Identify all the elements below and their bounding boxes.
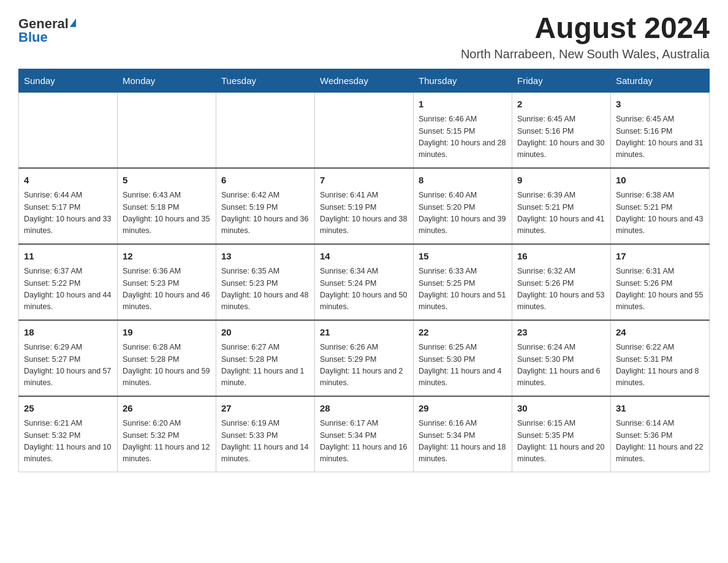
calendar-header-friday: Friday	[512, 69, 611, 92]
logo-triangle-icon	[70, 18, 76, 27]
day-info: Sunrise: 6:46 AM Sunset: 5:15 PM Dayligh…	[419, 113, 507, 161]
day-info: Sunrise: 6:40 AM Sunset: 5:20 PM Dayligh…	[419, 190, 507, 237]
logo-blue-text: Blue	[18, 31, 48, 44]
calendar-cell: 14Sunrise: 6:34 AM Sunset: 5:24 PM Dayli…	[315, 244, 414, 320]
day-number: 19	[123, 326, 211, 340]
logo-general-text: General	[18, 17, 69, 31]
day-info: Sunrise: 6:33 AM Sunset: 5:25 PM Dayligh…	[419, 266, 507, 313]
day-info: Sunrise: 6:25 AM Sunset: 5:30 PM Dayligh…	[419, 342, 507, 389]
calendar-cell	[216, 92, 315, 168]
calendar-cell: 31Sunrise: 6:14 AM Sunset: 5:36 PM Dayli…	[611, 396, 710, 472]
day-number: 29	[419, 402, 507, 416]
day-number: 18	[24, 326, 112, 340]
day-info: Sunrise: 6:43 AM Sunset: 5:18 PM Dayligh…	[123, 190, 211, 237]
calendar-cell: 21Sunrise: 6:26 AM Sunset: 5:29 PM Dayli…	[315, 320, 414, 396]
calendar-week-row: 11Sunrise: 6:37 AM Sunset: 5:22 PM Dayli…	[19, 244, 710, 320]
day-number: 10	[616, 174, 704, 188]
calendar-cell: 22Sunrise: 6:25 AM Sunset: 5:30 PM Dayli…	[414, 320, 512, 396]
calendar-cell: 12Sunrise: 6:36 AM Sunset: 5:23 PM Dayli…	[118, 244, 216, 320]
calendar-header-wednesday: Wednesday	[315, 69, 414, 92]
day-info: Sunrise: 6:29 AM Sunset: 5:27 PM Dayligh…	[24, 342, 112, 389]
day-info: Sunrise: 6:15 AM Sunset: 5:35 PM Dayligh…	[517, 418, 605, 465]
calendar-cell: 3Sunrise: 6:45 AM Sunset: 5:16 PM Daylig…	[611, 92, 710, 168]
calendar-cell: 9Sunrise: 6:39 AM Sunset: 5:21 PM Daylig…	[512, 168, 611, 244]
calendar-cell: 18Sunrise: 6:29 AM Sunset: 5:27 PM Dayli…	[19, 320, 118, 396]
day-info: Sunrise: 6:26 AM Sunset: 5:29 PM Dayligh…	[320, 342, 408, 389]
day-info: Sunrise: 6:28 AM Sunset: 5:28 PM Dayligh…	[123, 342, 211, 389]
day-number: 24	[616, 326, 704, 340]
calendar-cell: 17Sunrise: 6:31 AM Sunset: 5:26 PM Dayli…	[611, 244, 710, 320]
day-info: Sunrise: 6:19 AM Sunset: 5:33 PM Dayligh…	[221, 418, 309, 465]
location-subtitle: North Narrabeen, New South Wales, Austra…	[461, 47, 710, 61]
calendar-header-monday: Monday	[118, 69, 216, 92]
day-number: 12	[123, 250, 211, 264]
day-info: Sunrise: 6:32 AM Sunset: 5:26 PM Dayligh…	[517, 266, 605, 313]
day-number: 14	[320, 250, 408, 264]
calendar-cell	[315, 92, 414, 168]
day-number: 22	[419, 326, 507, 340]
day-number: 3	[616, 98, 704, 112]
day-number: 1	[419, 98, 507, 112]
day-info: Sunrise: 6:41 AM Sunset: 5:19 PM Dayligh…	[320, 190, 408, 237]
calendar-cell: 8Sunrise: 6:40 AM Sunset: 5:20 PM Daylig…	[414, 168, 512, 244]
day-number: 25	[24, 402, 112, 416]
calendar-cell: 30Sunrise: 6:15 AM Sunset: 5:35 PM Dayli…	[512, 396, 611, 472]
day-info: Sunrise: 6:38 AM Sunset: 5:21 PM Dayligh…	[616, 190, 704, 237]
month-title: August 2024	[461, 12, 710, 45]
day-info: Sunrise: 6:42 AM Sunset: 5:19 PM Dayligh…	[221, 190, 309, 237]
calendar-cell: 6Sunrise: 6:42 AM Sunset: 5:19 PM Daylig…	[216, 168, 315, 244]
title-section: August 2024 North Narrabeen, New South W…	[461, 12, 710, 61]
calendar-cell	[19, 92, 118, 168]
calendar-week-row: 1Sunrise: 6:46 AM Sunset: 5:15 PM Daylig…	[19, 92, 710, 168]
day-number: 16	[517, 250, 605, 264]
calendar-cell: 25Sunrise: 6:21 AM Sunset: 5:32 PM Dayli…	[19, 396, 118, 472]
calendar-header-tuesday: Tuesday	[216, 69, 315, 92]
day-number: 28	[320, 402, 408, 416]
logo: General Blue	[18, 12, 76, 44]
calendar-cell: 5Sunrise: 6:43 AM Sunset: 5:18 PM Daylig…	[118, 168, 216, 244]
day-number: 13	[221, 250, 309, 264]
day-info: Sunrise: 6:45 AM Sunset: 5:16 PM Dayligh…	[517, 113, 605, 161]
calendar-cell: 20Sunrise: 6:27 AM Sunset: 5:28 PM Dayli…	[216, 320, 315, 396]
day-number: 30	[517, 402, 605, 416]
day-number: 2	[517, 98, 605, 112]
day-info: Sunrise: 6:24 AM Sunset: 5:30 PM Dayligh…	[517, 342, 605, 389]
day-number: 4	[24, 174, 112, 188]
day-number: 20	[221, 326, 309, 340]
calendar-week-row: 4Sunrise: 6:44 AM Sunset: 5:17 PM Daylig…	[19, 168, 710, 244]
day-number: 26	[123, 402, 211, 416]
calendar-cell: 28Sunrise: 6:17 AM Sunset: 5:34 PM Dayli…	[315, 396, 414, 472]
calendar-cell: 10Sunrise: 6:38 AM Sunset: 5:21 PM Dayli…	[611, 168, 710, 244]
calendar-cell: 7Sunrise: 6:41 AM Sunset: 5:19 PM Daylig…	[315, 168, 414, 244]
day-info: Sunrise: 6:27 AM Sunset: 5:28 PM Dayligh…	[221, 342, 309, 389]
day-number: 5	[123, 174, 211, 188]
calendar-header-saturday: Saturday	[611, 69, 710, 92]
day-number: 23	[517, 326, 605, 340]
day-info: Sunrise: 6:39 AM Sunset: 5:21 PM Dayligh…	[517, 190, 605, 237]
day-info: Sunrise: 6:20 AM Sunset: 5:32 PM Dayligh…	[123, 418, 211, 465]
calendar-cell: 24Sunrise: 6:22 AM Sunset: 5:31 PM Dayli…	[611, 320, 710, 396]
calendar-header-thursday: Thursday	[414, 69, 512, 92]
calendar-cell: 23Sunrise: 6:24 AM Sunset: 5:30 PM Dayli…	[512, 320, 611, 396]
day-number: 15	[419, 250, 507, 264]
day-number: 21	[320, 326, 408, 340]
calendar-header-sunday: Sunday	[19, 69, 118, 92]
day-info: Sunrise: 6:22 AM Sunset: 5:31 PM Dayligh…	[616, 342, 704, 389]
day-info: Sunrise: 6:44 AM Sunset: 5:17 PM Dayligh…	[24, 190, 112, 237]
day-info: Sunrise: 6:21 AM Sunset: 5:32 PM Dayligh…	[24, 418, 112, 465]
day-number: 17	[616, 250, 704, 264]
day-number: 11	[24, 250, 112, 264]
calendar-cell: 16Sunrise: 6:32 AM Sunset: 5:26 PM Dayli…	[512, 244, 611, 320]
calendar-cell	[118, 92, 216, 168]
calendar-cell: 27Sunrise: 6:19 AM Sunset: 5:33 PM Dayli…	[216, 396, 315, 472]
calendar-cell: 15Sunrise: 6:33 AM Sunset: 5:25 PM Dayli…	[414, 244, 512, 320]
day-info: Sunrise: 6:31 AM Sunset: 5:26 PM Dayligh…	[616, 266, 704, 313]
day-number: 7	[320, 174, 408, 188]
calendar-cell: 1Sunrise: 6:46 AM Sunset: 5:15 PM Daylig…	[414, 92, 512, 168]
day-info: Sunrise: 6:35 AM Sunset: 5:23 PM Dayligh…	[221, 266, 309, 313]
calendar-cell: 4Sunrise: 6:44 AM Sunset: 5:17 PM Daylig…	[19, 168, 118, 244]
day-info: Sunrise: 6:17 AM Sunset: 5:34 PM Dayligh…	[320, 418, 408, 465]
day-number: 27	[221, 402, 309, 416]
calendar-header-row: SundayMondayTuesdayWednesdayThursdayFrid…	[19, 69, 710, 92]
day-info: Sunrise: 6:14 AM Sunset: 5:36 PM Dayligh…	[616, 418, 704, 465]
